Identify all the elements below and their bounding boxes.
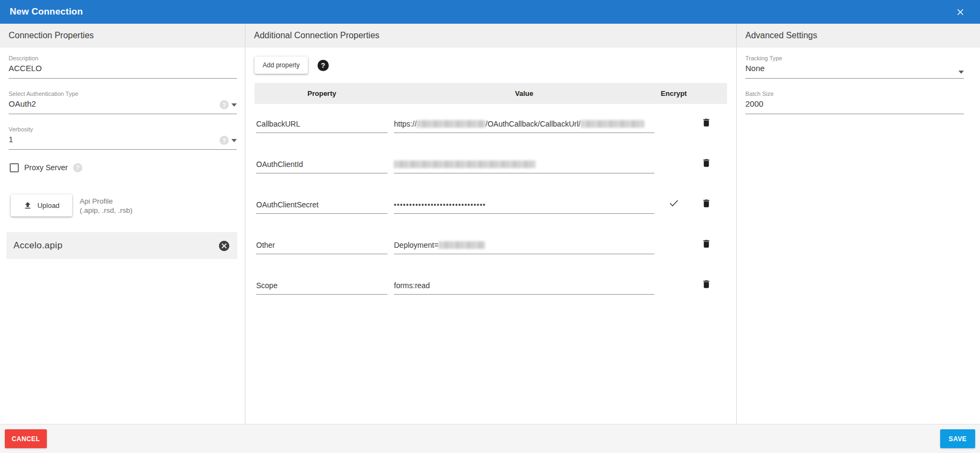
advanced-settings-title: Advanced Settings	[737, 24, 980, 47]
chevron-down-icon[interactable]	[231, 103, 237, 107]
description-field[interactable]: Description ACCELO	[9, 54, 237, 79]
property-name-input[interactable]: CallbackURL	[256, 119, 387, 133]
uploaded-file-name: Accelo.apip	[13, 240, 62, 251]
redacted-value	[417, 120, 485, 128]
table-row: OAuthClientSecret•••••••••••••••••••••••…	[255, 173, 727, 214]
redacted-value	[439, 241, 485, 249]
property-name-input[interactable]: Other	[256, 240, 387, 254]
help-icon[interactable]: ?	[73, 163, 82, 172]
delete-row-icon[interactable]	[693, 278, 719, 295]
verbosity-field[interactable]: Verbosity 1 ?	[9, 126, 237, 150]
tracking-type-label: Tracking Type	[745, 54, 964, 62]
encrypt-cell	[654, 290, 693, 295]
property-value-input[interactable]	[394, 159, 654, 173]
redacted-value	[581, 120, 644, 128]
value-text: /OAuthCallback/CallbackUrl/	[485, 120, 581, 128]
property-value-input[interactable]: https:///OAuthCallback/CallbackUrl/	[394, 119, 654, 133]
chevron-down-icon[interactable]	[958, 71, 964, 74]
property-value-input[interactable]: ••••••••••••••••••••••••••••••	[394, 199, 654, 214]
verbosity-adornments: ?	[220, 136, 237, 145]
table-row: Scopeforms:read	[255, 254, 727, 295]
encrypt-cell	[654, 128, 693, 133]
authentication-type-adornments: ?	[220, 100, 237, 109]
encrypt-cell	[654, 169, 693, 173]
proxy-server-label: Proxy Server	[24, 163, 68, 172]
dialog-body: Connection Properties Description ACCELO…	[0, 24, 980, 424]
help-icon[interactable]: ?	[220, 136, 229, 145]
api-profile-caption-line1: Api Profile	[80, 197, 132, 206]
authentication-type-label: Select Authentication Type	[9, 90, 237, 97]
value-text: forms:read	[394, 281, 430, 290]
property-value-input[interactable]: forms:read	[394, 281, 654, 295]
property-rows: CallbackURLhttps:///OAuthCallback/Callba…	[255, 104, 727, 295]
value-text: Deployment=	[394, 241, 439, 249]
additional-properties-panel: Additional Connection Properties Add pro…	[245, 24, 737, 424]
authentication-type-select[interactable]: OAuth2	[9, 97, 237, 110]
connection-properties-title: Connection Properties	[0, 24, 245, 47]
uploaded-file-bar: Accelo.apip	[6, 232, 237, 259]
upload-button-label: Upload	[37, 201, 59, 210]
api-profile-caption-line2: (.apip, .rsd, .rsb)	[80, 206, 132, 215]
batch-size-label: Batch Size	[745, 90, 964, 97]
new-connection-dialog: New Connection Connection Properties Des…	[0, 0, 980, 453]
tracking-type-adornments	[958, 71, 964, 74]
proxy-server-checkbox[interactable]	[10, 163, 19, 172]
table-row: OAuthClientId	[255, 133, 727, 173]
tracking-type-field[interactable]: Tracking Type None	[745, 54, 964, 79]
description-input[interactable]: ACCELO	[9, 62, 237, 75]
delete-row-icon[interactable]	[693, 198, 719, 214]
encrypt-column-header: Encrypt	[654, 89, 693, 97]
dialog-footer: CANCEL SAVE	[0, 424, 980, 453]
delete-row-icon[interactable]	[693, 117, 719, 133]
description-label: Description	[9, 54, 237, 62]
close-icon[interactable]	[953, 5, 967, 19]
property-table-header: Property Value Encrypt	[255, 83, 727, 104]
advanced-settings-panel: Advanced Settings Tracking Type None Bat…	[737, 24, 980, 424]
value-column-header: Value	[394, 89, 654, 97]
delete-row-icon[interactable]	[693, 238, 719, 254]
cancel-button[interactable]: CANCEL	[5, 429, 47, 448]
tracking-type-select[interactable]: None	[745, 62, 964, 75]
batch-size-input[interactable]: 2000	[745, 97, 964, 110]
verbosity-label: Verbosity	[9, 126, 237, 133]
upload-icon	[23, 201, 32, 210]
table-row: CallbackURLhttps:///OAuthCallback/Callba…	[255, 104, 727, 133]
property-column-header: Property	[256, 89, 387, 97]
redacted-value	[394, 161, 535, 168]
value-text: https://	[394, 120, 417, 128]
api-profile-caption: Api Profile (.apip, .rsd, .rsb)	[80, 197, 132, 215]
upload-button[interactable]: Upload	[11, 194, 72, 217]
save-button[interactable]: SAVE	[940, 429, 975, 448]
advanced-settings-content: Tracking Type None Batch Size 2000	[737, 47, 980, 114]
dialog-header: New Connection	[0, 0, 980, 24]
masked-value-text: ••••••••••••••••••••••••••••••	[394, 201, 486, 208]
proxy-server-row: Proxy Server ?	[10, 162, 237, 173]
property-name-input[interactable]: Scope	[256, 281, 387, 295]
table-row: OtherDeployment=	[255, 214, 727, 254]
additional-properties-content: Add property ? Property Value Encrypt Ca…	[245, 47, 736, 295]
additional-properties-title: Additional Connection Properties	[245, 24, 736, 47]
api-profile-upload-row: Upload Api Profile (.apip, .rsd, .rsb)	[9, 194, 237, 217]
property-name-input[interactable]: OAuthClientId	[256, 159, 387, 173]
dialog-title: New Connection	[10, 6, 83, 17]
remove-file-icon[interactable]	[217, 239, 230, 252]
help-icon[interactable]: ?	[318, 60, 329, 71]
batch-size-field[interactable]: Batch Size 2000	[745, 90, 964, 114]
encrypt-cell	[654, 249, 693, 254]
chevron-down-icon[interactable]	[231, 139, 237, 142]
property-name-input[interactable]: OAuthClientSecret	[256, 200, 387, 214]
authentication-type-field[interactable]: Select Authentication Type OAuth2 ?	[9, 90, 237, 114]
delete-row-icon[interactable]	[693, 157, 719, 173]
encrypt-check-icon[interactable]	[654, 197, 693, 214]
verbosity-select[interactable]: 1	[9, 133, 237, 146]
property-value-input[interactable]: Deployment=	[394, 240, 654, 254]
add-property-row: Add property ?	[255, 57, 727, 74]
help-icon[interactable]: ?	[220, 100, 229, 109]
connection-properties-content: Description ACCELO Select Authentication…	[0, 47, 245, 217]
add-property-button[interactable]: Add property	[255, 57, 308, 74]
connection-properties-panel: Connection Properties Description ACCELO…	[0, 24, 245, 424]
